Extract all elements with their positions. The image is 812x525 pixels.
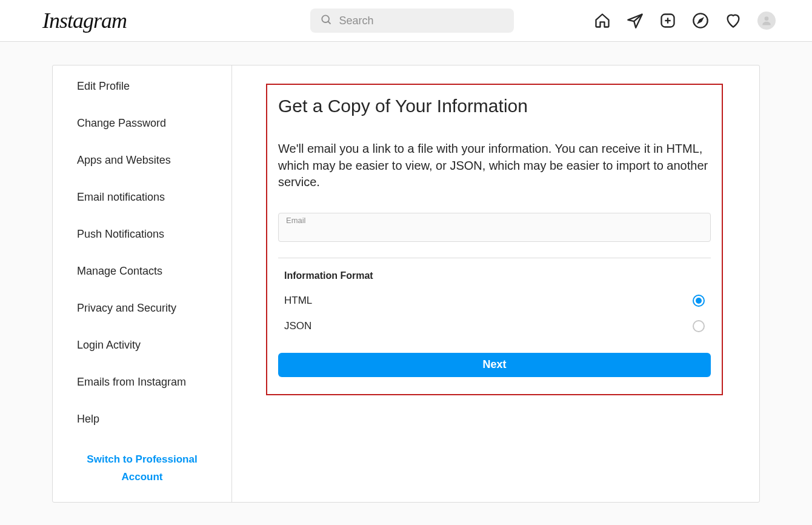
explore-icon[interactable] [692,12,709,29]
format-option-json[interactable]: JSON [284,320,705,332]
sidebar-item-apps-websites[interactable]: Apps and Websites [53,142,231,179]
settings-sidebar: Edit Profile Change Password Apps and We… [53,65,232,502]
search-box[interactable] [310,8,514,33]
nav-icons [594,12,776,30]
sidebar-item-emails-from-instagram[interactable]: Emails from Instagram [53,364,231,401]
settings-container: Edit Profile Change Password Apps and We… [52,65,760,503]
profile-avatar[interactable] [757,12,776,30]
section-divider [278,258,711,258]
radio-html[interactable] [693,295,705,307]
sidebar-item-change-password[interactable]: Change Password [53,105,231,142]
switch-professional-link[interactable]: Switch to Professional Account [53,438,231,502]
page-description: We'll email you a link to a file with yo… [278,141,711,191]
messenger-icon[interactable] [627,12,644,29]
email-field[interactable]: Email [278,213,711,242]
settings-content: Get a Copy of Your Information We'll ema… [232,65,759,502]
sidebar-item-help[interactable]: Help [53,401,231,438]
search-input[interactable] [339,15,504,27]
search-icon [320,13,332,28]
format-heading: Information Format [284,270,705,281]
email-label: Email [286,216,703,225]
sidebar-item-edit-profile[interactable]: Edit Profile [53,65,231,105]
next-button[interactable]: Next [278,353,711,377]
sidebar-item-email-notifications[interactable]: Email notifications [53,179,231,216]
svg-point-8 [765,16,769,21]
email-input[interactable] [286,225,703,238]
format-option-json-label: JSON [284,320,311,332]
highlight-box: Get a Copy of Your Information We'll ema… [266,84,723,395]
instagram-logo[interactable]: Instagram [42,8,127,33]
search-wrapper [310,8,514,33]
svg-line-1 [328,22,330,24]
format-option-html[interactable]: HTML [284,295,705,307]
sidebar-item-push-notifications[interactable]: Push Notifications [53,216,231,253]
sidebar-item-login-activity[interactable]: Login Activity [53,327,231,364]
sidebar-item-privacy-security[interactable]: Privacy and Security [53,290,231,327]
svg-point-0 [322,15,329,22]
format-option-html-label: HTML [284,295,312,307]
svg-marker-7 [698,19,702,23]
top-nav: Instagram [0,0,812,42]
page-title: Get a Copy of Your Information [278,96,711,116]
radio-json[interactable] [693,320,705,332]
sidebar-item-manage-contacts[interactable]: Manage Contacts [53,253,231,290]
new-post-icon[interactable] [659,12,676,29]
activity-icon[interactable] [725,12,742,29]
home-icon[interactable] [594,12,611,29]
